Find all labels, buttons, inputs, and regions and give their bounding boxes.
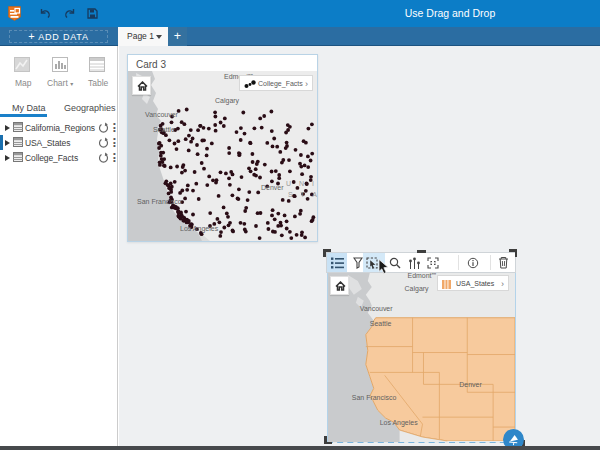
svg-text:S T A T: S T A T: [288, 191, 317, 198]
svg-text:U N I T E: U N I T E: [286, 180, 317, 187]
svg-text:Calgary: Calgary: [405, 285, 429, 293]
svg-text:Seattle: Seattle: [370, 320, 392, 327]
svg-text:San Francisco: San Francisco: [352, 394, 397, 401]
svg-text:Los Angeles: Los Angeles: [380, 419, 418, 427]
svg-text:Calgary: Calgary: [215, 97, 240, 105]
svg-text:Denver: Denver: [261, 184, 284, 191]
svg-text:Vancouver: Vancouver: [145, 111, 179, 118]
svg-text:Vancouver: Vancouver: [360, 305, 393, 312]
svg-text:San Francisco: San Francisco: [137, 198, 182, 205]
svg-text:Edmont””: Edmont””: [408, 273, 437, 279]
svg-text:Seattle: Seattle: [153, 126, 175, 133]
svg-text:Los Angeles: Los Angeles: [180, 225, 219, 233]
svg-text:Denver: Denver: [459, 381, 482, 388]
